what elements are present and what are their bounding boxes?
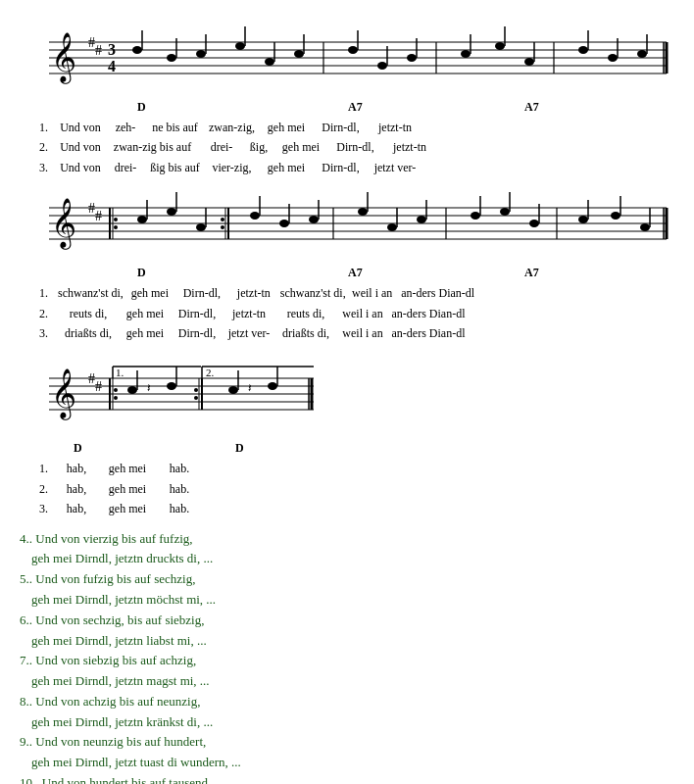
svg-point-32 — [495, 42, 505, 50]
lyric-line-3-2: 2. hab, geh mei hab. — [39, 479, 674, 499]
chord-A7-3: A7 — [348, 266, 363, 280]
svg-text:2.: 2. — [206, 367, 215, 378]
svg-point-81 — [471, 212, 480, 220]
svg-point-114 — [167, 382, 176, 390]
staff-section-2: 𝄞 # # — [20, 183, 674, 266]
verse-sub-5.: geh mei Dirndl, jetztn möchst mi, ... — [20, 590, 674, 611]
svg-point-65 — [221, 218, 224, 221]
verse-line-7.: 7.. Und von siebzig bis auf achzig, — [20, 651, 674, 671]
staff-section-3: 𝄞 # # 1. 𝄽 2. 𝄽 — [20, 349, 674, 441]
staff-section-1: 𝄞 # # 3 4 — [20, 18, 674, 100]
verse-sub-6.: geh mei Dirndl, jetztn liabst mi, ... — [20, 631, 674, 652]
svg-point-23 — [348, 46, 358, 54]
chord-row-3: D D — [39, 441, 674, 459]
svg-point-118 — [194, 388, 198, 392]
svg-point-85 — [529, 220, 539, 227]
svg-point-123 — [228, 386, 238, 394]
lyric-line-2-2: 2. reuts di, geh mei Dirn-dl, jetzt-tn r… — [39, 304, 674, 323]
verse-sub-4.: geh mei Dirndl, jetztn druckts di, ... — [20, 549, 674, 569]
verse-line-10.: 10.. Und von hundert bis auf tausend, — [20, 773, 674, 784]
svg-point-78 — [417, 216, 426, 223]
svg-point-90 — [611, 212, 620, 220]
svg-text:#: # — [95, 209, 102, 223]
svg-text:4: 4 — [108, 58, 116, 74]
svg-text:𝄞: 𝄞 — [51, 198, 76, 250]
svg-point-12 — [167, 54, 176, 62]
lyrics-section-3: 1. hab, geh mei hab. 2. hab, geh mei hab… — [39, 459, 674, 518]
chord-A7-4: A7 — [524, 266, 539, 280]
svg-point-111 — [127, 386, 137, 394]
chord-D-1: D — [137, 100, 146, 115]
lyrics-section-1: 1. Und von zeh- ne bis auf zwan-zig, geh… — [39, 118, 674, 177]
svg-point-34 — [524, 58, 534, 66]
svg-point-25 — [377, 62, 387, 70]
svg-point-67 — [250, 212, 260, 220]
verse-line-5.: 5.. Und von fufzig bis auf sechzig, — [20, 569, 674, 590]
svg-point-10 — [132, 46, 142, 54]
svg-text:#: # — [95, 43, 102, 58]
svg-point-57 — [137, 216, 147, 223]
svg-point-56 — [114, 225, 118, 229]
svg-point-16 — [235, 42, 245, 50]
svg-point-30 — [461, 50, 471, 58]
svg-point-107 — [114, 396, 118, 400]
lyric-line-1-2: 2. Und von zwan-zig bis auf drei- ßig, g… — [39, 137, 674, 157]
lyric-line-3-3: 3. hab, geh mei hab. — [39, 499, 674, 518]
lyric-line-1-1: 1. Und von zeh- ne bis auf zwan-zig, geh… — [39, 118, 674, 137]
svg-point-61 — [196, 223, 206, 231]
lyric-line-1-3: 3. Und von drei- ßig bis auf vier-zig, g… — [39, 158, 674, 177]
chord-row-1: D A7 A7 — [39, 100, 674, 118]
lyric-line-3-1: 1. hab, geh mei hab. — [39, 459, 674, 478]
verse-line-6.: 6.. Und von sechzig, bis auf siebzig, — [20, 611, 674, 631]
svg-text:#: # — [88, 201, 95, 216]
svg-text:#: # — [95, 379, 102, 394]
svg-point-76 — [387, 223, 397, 231]
verse-sub-8.: geh mei Dirndl, jetztn kränkst di, ... — [20, 712, 674, 733]
chord-A7-1: A7 — [348, 100, 363, 115]
svg-point-39 — [608, 54, 618, 62]
svg-point-27 — [407, 54, 417, 62]
chord-row-2: D A7 A7 — [39, 266, 674, 283]
svg-text:3: 3 — [108, 41, 116, 58]
verse-sub-7.: geh mei Dirndl, jetztn magst mi, ... — [20, 671, 674, 692]
lyrics-section-2: 1. schwanz'st di, geh mei Dirn-dl, jetzt… — [39, 283, 674, 343]
verse-line-4.: 4.. Und von vierzig bis auf fufzig, — [20, 529, 674, 550]
svg-point-37 — [578, 46, 588, 54]
svg-point-69 — [279, 220, 289, 227]
svg-point-92 — [640, 223, 650, 231]
svg-point-14 — [196, 50, 206, 58]
svg-text:𝄽: 𝄽 — [248, 384, 252, 392]
svg-point-59 — [167, 208, 176, 216]
svg-point-74 — [358, 208, 368, 216]
svg-point-41 — [637, 50, 647, 58]
svg-text:#: # — [88, 35, 95, 50]
svg-text:1.: 1. — [116, 367, 124, 378]
svg-point-71 — [309, 216, 319, 223]
svg-text:#: # — [88, 371, 95, 386]
svg-point-20 — [294, 50, 304, 58]
chord-A7-2: A7 — [524, 100, 539, 115]
chord-D-2: D — [137, 266, 146, 280]
svg-point-126 — [268, 382, 277, 390]
svg-point-83 — [500, 208, 510, 216]
svg-point-106 — [114, 388, 118, 392]
svg-text:𝄞: 𝄞 — [51, 32, 76, 84]
verse-line-8.: 8.. Und von achzig bis auf neunzig, — [20, 692, 674, 712]
svg-point-88 — [578, 216, 588, 223]
lyric-line-2-3: 3. driaßts di, geh mei Dirn-dl, jetzt ve… — [39, 323, 674, 343]
verse-sub-9.: geh mei Dirndl, jetzt tuast di wundern, … — [20, 753, 674, 773]
svg-text:𝄽: 𝄽 — [147, 384, 151, 392]
svg-point-119 — [194, 396, 198, 400]
chord-D-3b: D — [235, 441, 244, 456]
chord-D-3a: D — [74, 441, 82, 456]
verse-line-9.: 9.. Und von neunzig bis auf hundert, — [20, 732, 674, 753]
svg-point-66 — [221, 225, 224, 229]
extra-verses: 4.. Und von vierzig bis auf fufzig,geh m… — [20, 529, 674, 784]
svg-point-55 — [114, 218, 118, 221]
lyric-line-2-1: 1. schwanz'st di, geh mei Dirn-dl, jetzt… — [39, 283, 674, 303]
svg-text:𝄞: 𝄞 — [51, 368, 76, 420]
svg-point-18 — [265, 58, 274, 66]
